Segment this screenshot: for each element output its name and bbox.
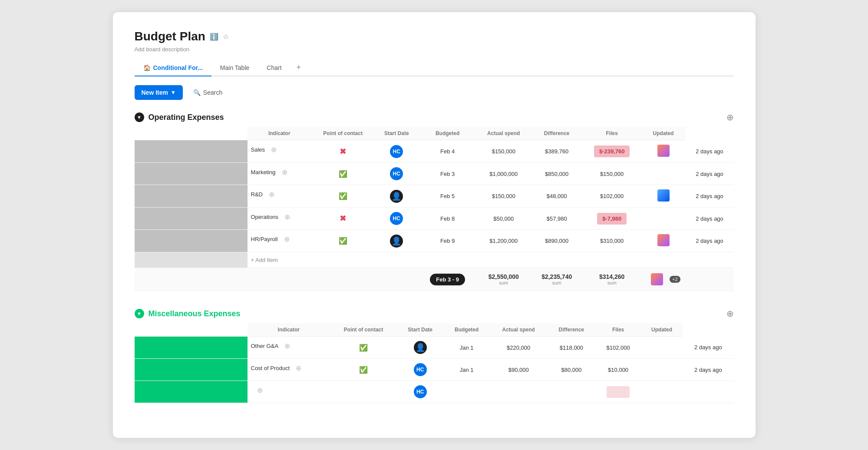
col-files-misc: Files	[595, 323, 641, 337]
date-range-badge: Feb 3 - 9	[430, 274, 465, 285]
row-actual-spend: $389,760	[531, 140, 583, 163]
row-actual-spend: $118,000	[548, 337, 596, 359]
row-item-name: R&D ⊕	[248, 185, 312, 204]
row-indicator: ✅	[311, 185, 374, 208]
row-item-name: Operations ⊕	[248, 208, 312, 226]
row-difference: $10,000	[595, 359, 641, 381]
col-updated-misc: Updated	[641, 323, 683, 337]
tab-conditional[interactable]: 🏠 Conditional For...	[135, 60, 211, 76]
page-title: Budget Plan	[135, 30, 205, 43]
tab-conditional-label: Conditional For...	[153, 64, 203, 71]
col-point-of-contact: Point of contact	[311, 127, 374, 140]
avatar-person: 👤	[390, 190, 403, 203]
row-item-name: Cost of Product ⊕	[248, 359, 330, 377]
add-subitem-button[interactable]: ⊕	[282, 341, 293, 351]
add-subitem-button[interactable]: ⊕	[268, 145, 279, 155]
row-indicator: ✅	[311, 163, 374, 185]
col-updated: Updated	[641, 127, 686, 140]
main-card: Budget Plan ℹ️ ☆ Add board description 🏠…	[113, 12, 756, 438]
row-budgeted: $150,000	[476, 185, 531, 208]
row-start-date: Feb 4	[419, 140, 476, 163]
add-item-label[interactable]: + Add Item	[248, 252, 734, 268]
summary-date: Feb 3 - 9	[419, 268, 476, 291]
table-row: Sales ⊕ ✖ HC Feb 4 $150,000 $389,760 $-2…	[135, 140, 734, 163]
board-description[interactable]: Add board description	[135, 46, 734, 53]
row-actual-spend: $890,000	[531, 230, 583, 252]
tab-main-table[interactable]: Main Table	[211, 60, 258, 76]
row-item-name: Other G&A ⊕	[248, 337, 330, 355]
miscellaneous-expenses-section: ▼ Miscellaneous Expenses ⊕ Indicator Poi…	[135, 308, 734, 403]
search-button[interactable]: 🔍 Search	[188, 86, 228, 99]
col-point-of-contact-misc: Point of contact	[330, 323, 396, 337]
row-difference: $150,000	[583, 163, 641, 185]
row-budgeted: $1,000,000	[476, 163, 531, 185]
table-row: ⊕ HC	[135, 381, 734, 403]
avatar-hc: HC	[390, 145, 403, 158]
add-subitem-button[interactable]: ⊕	[293, 363, 304, 373]
avatar-hc: HC	[414, 363, 427, 376]
row-difference: $310,000	[583, 230, 641, 252]
add-item-row[interactable]: + Add Item	[135, 252, 734, 268]
miscellaneous-expenses-title: Miscellaneous Expenses	[149, 309, 241, 318]
section-collapse-icon-misc[interactable]: ▼	[135, 309, 144, 318]
row-contact: HC	[374, 140, 419, 163]
add-subitem-button[interactable]: ⊕	[266, 189, 277, 199]
table-row: R&D ⊕ ✅ 👤 Feb 5 $150,000 $48,000 $102,00…	[135, 185, 734, 208]
add-subitem-button[interactable]: ⊕	[282, 212, 293, 222]
row-files	[641, 185, 686, 208]
row-actual-spend: $80,000	[548, 359, 596, 381]
operating-expenses-section: ▼ Operating Expenses ⊕ Indicator Point o…	[135, 112, 734, 291]
row-files	[641, 359, 683, 381]
col-start-date-misc: Start Date	[397, 323, 444, 337]
search-icon: 🔍	[193, 89, 201, 96]
row-start-date: Feb 5	[419, 185, 476, 208]
row-indicator	[330, 381, 396, 403]
miscellaneous-expenses-header: ▼ Miscellaneous Expenses ⊕	[135, 308, 734, 319]
chevron-down-icon: ▼	[171, 89, 176, 96]
row-updated: 2 days ago	[686, 163, 734, 185]
section-collapse-icon[interactable]: ▼	[135, 112, 144, 122]
row-difference: $-7,980	[583, 208, 641, 230]
row-item-name: HR/Payroll ⊕	[248, 230, 312, 248]
row-difference: $102,000	[583, 185, 641, 208]
add-subitem-button[interactable]: ⊕	[279, 167, 290, 177]
row-budgeted: $50,000	[476, 208, 531, 230]
tab-add[interactable]: +	[290, 60, 307, 76]
row-budgeted: $220,000	[490, 337, 548, 359]
add-subitem-button[interactable]: ⊕	[281, 234, 292, 244]
summary-difference: $314,260 sum	[583, 268, 641, 291]
operating-expenses-header: ▼ Operating Expenses ⊕	[135, 112, 734, 122]
add-column-button[interactable]: ⊕	[726, 112, 734, 122]
page-header: Budget Plan ℹ️ ☆	[135, 30, 734, 43]
tab-chart[interactable]: Chart	[258, 60, 290, 76]
row-indicator: ✖	[311, 208, 374, 230]
table-row: HR/Payroll ⊕ ✅ 👤 Feb 9 $1,200,000 $890,0…	[135, 230, 734, 252]
col-indicator: Indicator	[248, 127, 312, 140]
row-files	[641, 208, 686, 230]
row-actual-spend: $57,980	[531, 208, 583, 230]
summary-row: Feb 3 - 9 $2,550,000 sum $2,235,740 sum …	[135, 268, 734, 291]
row-updated: 2 days ago	[686, 208, 734, 230]
row-contact: HC	[397, 381, 444, 403]
info-icon-button[interactable]: ℹ️	[210, 33, 218, 41]
row-budgeted: $1,200,000	[476, 230, 531, 252]
avatar-person: 👤	[390, 235, 403, 248]
row-contact: 👤	[397, 337, 444, 359]
row-difference: $-239,760	[583, 140, 641, 163]
row-contact: 👤	[374, 230, 419, 252]
avatar-hc: HC	[414, 385, 427, 398]
add-subitem-button[interactable]: ⊕	[254, 385, 265, 395]
row-actual-spend: $850,000	[531, 163, 583, 185]
row-updated: 2 days ago	[683, 337, 733, 359]
new-item-button[interactable]: New Item ▼	[135, 85, 183, 100]
star-icon-button[interactable]: ☆	[223, 33, 229, 41]
operating-expenses-title: Operating Expenses	[149, 113, 224, 122]
row-start-date: Feb 8	[419, 208, 476, 230]
table-row: Operations ⊕ ✖ HC Feb 8 $50,000 $57,980 …	[135, 208, 734, 230]
table-row: Other G&A ⊕ ✅ 👤 Jan 1 $220,000 $118,000 …	[135, 337, 734, 359]
col-start-date: Start Date	[374, 127, 419, 140]
row-difference	[595, 381, 641, 403]
add-column-button-misc[interactable]: ⊕	[726, 308, 734, 319]
row-indicator: ✅	[330, 337, 396, 359]
summary-actual: $2,235,740 sum	[531, 268, 583, 291]
